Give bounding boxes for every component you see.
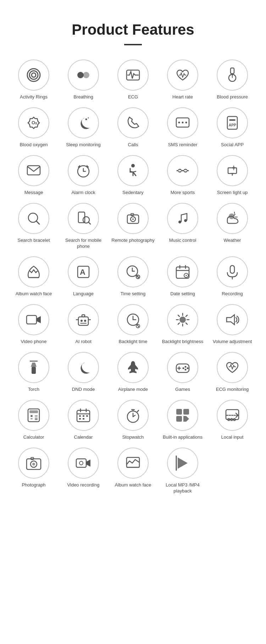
feature-label-language: Language [73,291,94,297]
icon-circle-local-input [217,400,248,431]
feature-label-video-phone: Video phone [21,339,47,345]
page-title: Product Features [72,21,194,38]
feature-item-airplane-mode: Airplane mode [110,352,156,393]
feature-label-calendar: Calendar [74,434,93,440]
feature-label-local-mp3: Local MP3 /MP4 playback [160,482,206,494]
feature-label-ecg-monitoring: ECG monitoring [216,387,249,393]
svg-rect-17 [227,116,237,129]
feature-item-remote-photography: Remote photography [110,203,156,250]
icon-circle-ecg [117,59,149,91]
icon-circle-games [167,352,198,383]
feature-item-activity-rings: Activity Rings [11,59,57,100]
svg-rect-122 [176,416,182,422]
svg-rect-121 [183,409,189,415]
feature-label-backlight-brightness: Backlight brightness [162,339,203,345]
svg-point-68 [81,320,83,322]
svg-line-45 [234,214,235,216]
svg-rect-88 [32,367,36,374]
feature-item-album-watch-face2: Album watch face [110,448,156,494]
icon-circle-sedentary [117,155,149,186]
icon-circle-social-app: APP [217,107,248,138]
feature-item-ecg: ECG [110,59,156,100]
svg-rect-132 [76,459,86,467]
svg-point-96 [183,367,184,369]
svg-point-69 [84,320,86,322]
title-divider [124,44,142,45]
svg-marker-136 [178,457,188,469]
icon-circle-backlight-time [117,304,149,335]
feature-item-message: Message [11,155,57,196]
feature-item-backlight-time: Backlight time [110,304,156,345]
feature-label-more-sports: More sports [171,190,195,196]
feature-item-sedentary: Sedentary [110,155,156,196]
svg-rect-18 [229,119,235,121]
feature-label-social-app: Social APP [221,142,244,148]
icon-circle-time-setting [117,256,149,287]
svg-point-78 [179,317,186,323]
svg-point-133 [79,461,83,465]
svg-rect-6 [231,68,234,74]
icon-circle-screen-light-up [217,155,248,186]
icon-circle-torch [18,352,49,383]
svg-point-130 [32,463,35,466]
feature-item-dnd-mode: DND mode [60,352,106,393]
feature-item-breathing: Breathing [60,59,106,100]
feature-item-video-recording: Video recording [60,448,106,494]
feature-item-photograph: Photograph [11,448,57,494]
feature-label-time-setting: Time setting [121,291,145,297]
icon-circle-calculator [18,400,49,431]
icon-circle-ai-robot [68,304,99,335]
icon-circle-heart-rate [167,59,198,91]
icon-circle-sms-reminder [167,107,198,138]
svg-rect-71 [82,315,85,317]
feature-label-ai-robot: AI robot [75,339,92,345]
feature-item-torch: Torch [11,352,57,393]
feature-label-games: Games [175,387,190,393]
feature-item-more-sports: More sports [160,155,206,196]
feature-label-recording: Recording [222,291,243,297]
icon-circle-sleep-monitoring [68,107,99,138]
feature-item-album-watch-face: Album watch face [11,256,57,297]
icon-circle-date-setting [167,256,198,287]
svg-point-1 [29,71,38,79]
feature-item-video-phone: Video phone [11,304,57,345]
svg-point-14 [178,121,180,123]
feature-label-sleep-monitoring: Sleep monitoring [66,142,101,148]
svg-text:O₂: O₂ [32,120,37,125]
icon-circle-search-mobile [68,203,99,234]
icon-circle-message [18,155,49,186]
svg-rect-32 [228,168,237,173]
feature-item-search-bracelet: Search bracelet [11,203,57,250]
feature-item-volume-adjustment: Volume adjustment [209,304,255,345]
feature-label-album-watch-face2: Album watch face [115,482,151,488]
svg-point-11 [85,118,87,120]
icon-circle-recording [217,256,248,287]
icon-circle-photograph [18,448,49,479]
feature-item-games: Games [160,352,206,393]
svg-text:APP: APP [229,123,236,127]
feature-label-calls: Calls [128,142,138,148]
feature-item-calls: Calls [110,107,156,148]
feature-item-sleep-monitoring: Sleep monitoring [60,107,106,148]
feature-label-screen-light-up: Screen light up [217,190,248,196]
feature-label-date-setting: Date setting [170,291,195,297]
feature-label-blood-oxygen: Blood oxygen [20,142,48,148]
feature-label-ecg: ECG [128,94,138,100]
feature-item-blood-oxygen: O₂Blood oxygen [11,107,57,148]
feature-item-local-input: Local input [209,400,255,440]
svg-line-86 [178,323,179,324]
feature-label-weather: Weather [224,238,241,244]
feature-item-ecg-monitoring: ECG monitoring [209,352,255,393]
svg-rect-66 [27,315,37,324]
feature-item-built-in-apps: Built-in applications [160,400,206,440]
feature-label-volume-adjustment: Volume adjustment [213,339,252,345]
icon-circle-local-mp3 [167,448,198,479]
feature-item-social-app: APPSocial APP [209,107,255,148]
svg-rect-20 [27,166,40,175]
icon-circle-more-sports [167,155,198,186]
feature-label-activity-rings: Activity Rings [20,94,48,100]
icon-circle-search-bracelet [18,203,49,234]
page: Product Features Activity RingsBreathing… [0,0,266,515]
svg-point-15 [182,121,184,123]
svg-point-3 [77,72,84,78]
